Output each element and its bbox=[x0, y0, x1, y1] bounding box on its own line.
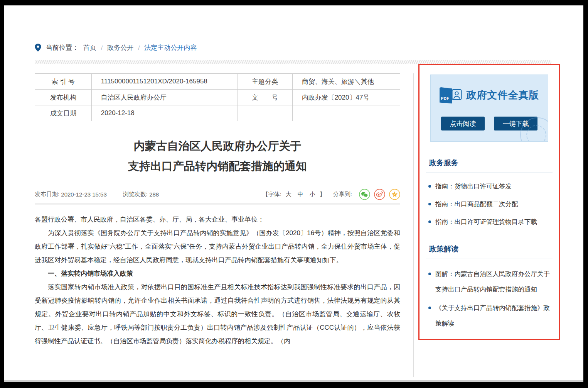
doc-info-table: 索 引 号 1115000001151201XD/2020-165958 主题分… bbox=[35, 73, 400, 121]
breadcrumb: 当前位置： 首页 / 政务公开 / 法定主动公开内容 bbox=[35, 43, 197, 52]
sidebar-highlight-box: PDF 政府文件全真版 点击阅读 一键下载 政务服务 指南：货物出口许可证签发 bbox=[418, 64, 560, 340]
written-date-value: 2020-12-18 bbox=[91, 105, 238, 121]
font-size-prefix: 【字体: bbox=[263, 191, 281, 198]
article-paragraph: 落实国家转内销市场准入政策，对依据出口目的国标准生产且相关标准技术指标达到我国强… bbox=[35, 280, 400, 348]
doc-table-row: 索 引 号 1115000001151201XD/2020-165958 主题分… bbox=[35, 74, 400, 90]
policy-interpretation-section: 政策解读 图解：内蒙古自治区人民政府办公厅关于支持出口产品转内销配套措施的通知 … bbox=[426, 244, 553, 331]
services-section: 政务服务 指南：货物出口许可证签发 指南：出口商品配额二次分配 指南：出口许可证… bbox=[426, 158, 553, 228]
doc-table-row: 发布机构 自治区人民政府办公厅 文 号 内政办发〔2020〕47号 bbox=[35, 90, 400, 105]
pdf-full-version-card: PDF 政府文件全真版 点击阅读 一键下载 bbox=[430, 75, 548, 142]
interpretation-link-item[interactable]: 图解：内蒙古自治区人民政府办公厅关于支持出口产品转内销配套措施的通知 bbox=[426, 266, 553, 297]
page-title-line1: 内蒙古自治区人民政府办公厅关于 bbox=[35, 136, 400, 156]
wechat-share-icon[interactable] bbox=[359, 189, 370, 200]
article-salutation: 各盟行政公署、市人民政府，自治区各委、办、厅、局，各大企业、事业单位： bbox=[35, 213, 400, 226]
doc-number-value: 内政办发〔2020〕47号 bbox=[292, 90, 400, 105]
publish-date-value: 2020-12-23 15:53 bbox=[61, 191, 106, 198]
bullet-dot-icon bbox=[428, 273, 431, 275]
article-section-heading: 一、落实转内销市场准入政策 bbox=[35, 267, 400, 280]
qzone-star-share-icon[interactable] bbox=[389, 189, 400, 200]
publish-date-label: 发布日期: bbox=[35, 191, 59, 198]
page-title: 内蒙古自治区人民政府办公厅关于 支持出口产品转内销配套措施的通知 bbox=[35, 136, 400, 176]
breadcrumb-link-current[interactable]: 法定主动公开内容 bbox=[144, 43, 197, 52]
breadcrumb-separator: / bbox=[138, 44, 140, 51]
bullet-dot-icon bbox=[428, 307, 431, 309]
topic-category-value: 商贸、海关、旅游＼其他 bbox=[292, 74, 400, 90]
page: 当前位置： 首页 / 政务公开 / 法定主动公开内容 索 引 号 1115000… bbox=[4, 5, 583, 382]
bullet-dot-icon bbox=[428, 203, 431, 205]
font-size-large-button[interactable]: 大 bbox=[284, 191, 293, 198]
issuing-agency-label: 发布机构 bbox=[35, 90, 92, 105]
topic-category-label: 主题分类 bbox=[238, 74, 292, 90]
services-heading: 政务服务 bbox=[426, 158, 553, 168]
page-title-line2: 支持出口产品转内销配套措施的通知 bbox=[35, 156, 400, 176]
location-pin-icon bbox=[35, 44, 41, 52]
meta-divider bbox=[35, 203, 400, 205]
written-date-label: 成文日期 bbox=[35, 105, 92, 121]
article-paragraph: 为深入贯彻落实《国务院办公厅关于支持出口产品转内销的实施意见》（国办发〔2020… bbox=[35, 226, 400, 267]
hatched-divider bbox=[35, 60, 551, 64]
breadcrumb-link-home[interactable]: 首页 bbox=[83, 43, 96, 52]
share-label: 分享到: bbox=[333, 191, 352, 198]
bullet-dot-icon bbox=[428, 185, 431, 188]
policy-interpretation-heading: 政策解读 bbox=[426, 244, 553, 254]
pdf-reader-icon: PDF bbox=[440, 86, 462, 103]
index-number-label: 索 引 号 bbox=[35, 74, 92, 90]
section-divider bbox=[426, 173, 553, 173]
index-number-value: 1115000001151201XD/2020-165958 bbox=[91, 74, 238, 90]
interpretation-link-item[interactable]: 《关于支持出口产品转内销配套措施》政策解读 bbox=[426, 300, 553, 331]
content-sidebar-divider bbox=[413, 73, 414, 377]
article-meta-row: 发布日期: 2020-12-23 15:53 浏览次数: 288 【字体: 大 … bbox=[35, 188, 400, 201]
breadcrumb-separator: / bbox=[101, 44, 103, 51]
empty-cell bbox=[292, 105, 400, 121]
pdf-card-title: 政府文件全真版 bbox=[467, 88, 539, 102]
doc-number-label: 文 号 bbox=[238, 90, 292, 105]
views-label: 浏览次数: bbox=[123, 191, 148, 198]
font-size-small-button[interactable]: 小 bbox=[308, 191, 317, 198]
breadcrumb-label: 当前位置： bbox=[46, 43, 79, 52]
service-link-item[interactable]: 指南：货物出口许可证签发 bbox=[426, 180, 553, 192]
issuing-agency-value: 自治区人民政府办公厅 bbox=[91, 90, 238, 105]
service-link-item[interactable]: 指南：出口许可证管理货物目录下载 bbox=[426, 215, 553, 228]
section-divider bbox=[426, 259, 553, 259]
empty-cell bbox=[238, 105, 292, 121]
read-online-button[interactable]: 点击阅读 bbox=[441, 117, 485, 130]
service-link-item[interactable]: 指南：出口商品配额二次分配 bbox=[426, 198, 553, 210]
decorative-pattern bbox=[526, 125, 546, 142]
page-bottom-edge bbox=[4, 380, 583, 382]
font-size-suffix: 】 bbox=[320, 191, 325, 198]
doc-table-row: 成文日期 2020-12-18 bbox=[35, 105, 400, 121]
font-size-medium-button[interactable]: 中 bbox=[296, 191, 305, 198]
views-value: 288 bbox=[149, 191, 159, 198]
bullet-dot-icon bbox=[428, 220, 431, 223]
weibo-share-icon[interactable] bbox=[374, 189, 385, 200]
breadcrumb-link-zhengwugongkai[interactable]: 政务公开 bbox=[107, 43, 133, 52]
article-body: 各盟行政公署、市人民政府，自治区各委、办、厅、局，各大企业、事业单位： 为深入贯… bbox=[35, 213, 400, 348]
